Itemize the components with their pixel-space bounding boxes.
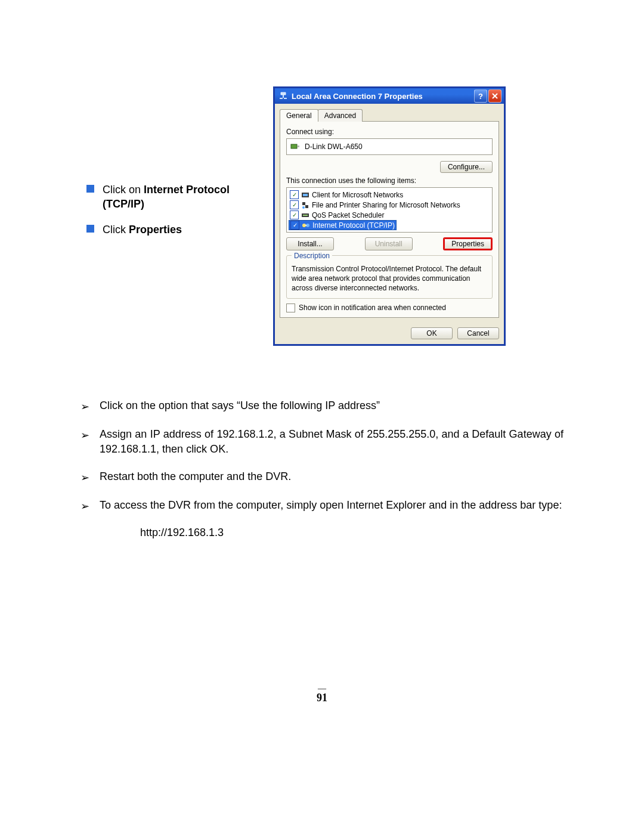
tab-general[interactable]: General <box>280 109 318 122</box>
list-item[interactable]: ✓ File and Printer Sharing for Microsoft… <box>289 200 490 210</box>
svg-rect-4 <box>302 202 305 205</box>
svg-rect-8 <box>303 215 308 216</box>
arrow-icon: ➢ <box>80 499 91 513</box>
nic-icon <box>290 143 300 150</box>
svg-rect-5 <box>305 205 308 208</box>
list-item-selected[interactable]: ✓ Internet Protocol (TCP/IP) <box>289 220 397 230</box>
svg-point-6 <box>302 206 305 209</box>
list-item-label: Client for Microsoft Networks <box>312 191 403 199</box>
arrow-icon: ➢ <box>80 428 91 442</box>
instruction-1: Click on Internet Protocol (TCP/IP) <box>86 182 265 212</box>
connect-using-label: Connect using: <box>286 128 493 136</box>
step-text: Restart both the computer and the DVR. <box>100 469 564 484</box>
checkbox-icon[interactable]: ✓ <box>290 210 299 219</box>
instruction-1-prefix: Click on <box>103 184 144 196</box>
client-icon <box>301 191 309 199</box>
instruction-2-bold: Properties <box>129 224 182 236</box>
instruction-2-prefix: Click <box>103 224 129 236</box>
page-number: — 91 <box>0 686 644 704</box>
close-button[interactable] <box>488 89 501 103</box>
step-1: ➢ Click on the option that says “Use the… <box>80 398 564 414</box>
tab-body: Connect using: D-Link DWL-A650 Configure… <box>280 121 499 318</box>
tab-advanced[interactable]: Advanced <box>318 109 363 122</box>
show-icon-row[interactable]: Show icon in notification area when conn… <box>286 304 493 312</box>
arrow-icon: ➢ <box>80 400 91 414</box>
configure-button[interactable]: Configure... <box>440 161 493 173</box>
items-label: This connection uses the following items… <box>286 176 493 185</box>
svg-rect-3 <box>303 194 308 196</box>
step-4: ➢ To access the DVR from the computer, s… <box>80 498 564 513</box>
list-item-label: QoS Packet Scheduler <box>312 211 384 219</box>
install-button[interactable]: Install... <box>286 237 334 250</box>
checkbox-icon[interactable]: ✓ <box>290 221 299 230</box>
dialog-footer: OK Cancel <box>275 323 504 344</box>
checkbox-icon[interactable]: ✓ <box>290 190 299 199</box>
tabs: General Advanced <box>280 109 499 121</box>
list-item[interactable]: ✓ Client for Microsoft Networks <box>289 190 490 200</box>
arrow-icon: ➢ <box>80 470 91 485</box>
list-item-label: File and Printer Sharing for Microsoft N… <box>312 201 460 209</box>
items-list[interactable]: ✓ Client for Microsoft Networks ✓ File a… <box>286 187 493 233</box>
share-icon <box>301 201 309 209</box>
uninstall-button: Uninstall <box>365 237 413 250</box>
bullet-square-icon <box>86 225 94 233</box>
help-button[interactable]: ? <box>474 89 487 103</box>
step-3: ➢ Restart both the computer and the DVR. <box>80 469 564 485</box>
description-legend: Description <box>292 252 332 260</box>
left-instructions: Click on Internet Protocol (TCP/IP) Clic… <box>86 182 265 247</box>
instruction-2: Click Properties <box>86 222 265 237</box>
cancel-button[interactable]: Cancel <box>457 327 499 339</box>
qos-icon <box>301 211 309 219</box>
steps-list: ➢ Click on the option that says “Use the… <box>80 398 564 539</box>
properties-button[interactable]: Properties <box>443 237 493 250</box>
description-text: Transmission Control Protocol/Internet P… <box>292 264 487 293</box>
step-text: To access the DVR from the computer, sim… <box>100 498 564 512</box>
connection-icon <box>278 91 288 101</box>
url-line: http://192.168.1.3 <box>140 527 564 539</box>
titlebar[interactable]: Local Area Connection 7 Properties ? <box>275 88 504 104</box>
svg-rect-0 <box>291 144 297 148</box>
dialog-title: Local Area Connection 7 Properties <box>292 92 423 101</box>
tcpip-icon <box>302 221 310 230</box>
nic-box: D-Link DWL-A650 <box>286 138 493 155</box>
list-item-label: Internet Protocol (TCP/IP) <box>312 221 395 230</box>
svg-rect-1 <box>298 145 299 147</box>
checkbox-icon[interactable]: ✓ <box>290 200 299 209</box>
ok-button[interactable]: OK <box>411 327 453 339</box>
step-text: Assign an IP address of 192.168.1.2, a S… <box>100 427 564 456</box>
bullet-square-icon <box>86 185 94 193</box>
nic-name: D-Link DWL-A650 <box>305 143 363 151</box>
step-text: Click on the option that says “Use the f… <box>100 398 564 413</box>
description-group: Description Transmission Control Protoco… <box>286 255 493 299</box>
checkbox-icon[interactable] <box>286 304 295 312</box>
properties-dialog: Local Area Connection 7 Properties ? Gen… <box>273 86 506 346</box>
show-icon-label: Show icon in notification area when conn… <box>299 304 446 312</box>
step-2: ➢ Assign an IP address of 192.168.1.2, a… <box>80 427 564 456</box>
list-item[interactable]: ✓ QoS Packet Scheduler <box>289 210 490 220</box>
